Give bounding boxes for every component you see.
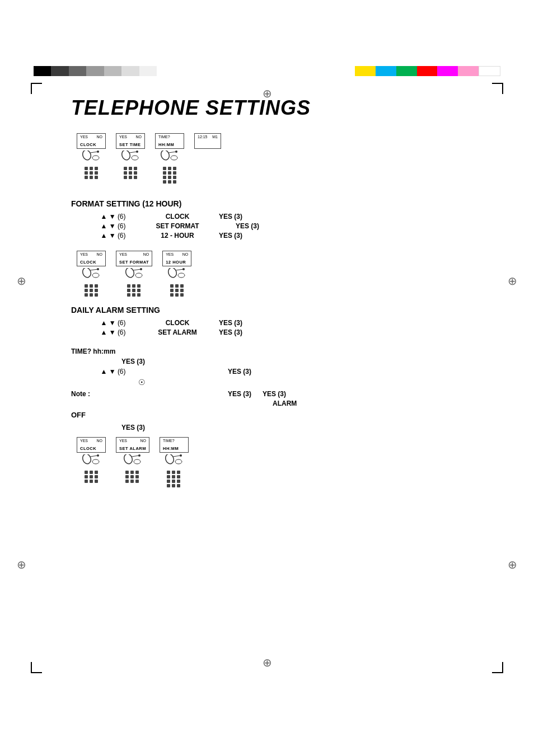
display-m-set-format: YESNO SET FORMAT bbox=[116, 251, 152, 266]
svg-point-3 bbox=[92, 156, 99, 160]
svg-line-29 bbox=[132, 456, 139, 457]
display-1215: 12:15M1 bbox=[194, 133, 221, 149]
display-m-12hour: YESNO 12 HOUR bbox=[162, 251, 191, 266]
phone-illus-1 bbox=[82, 151, 100, 179]
svg-point-16 bbox=[125, 268, 135, 279]
color-bar-left bbox=[34, 66, 157, 76]
display-b-time-hhmm: TIME? HH:MM bbox=[160, 437, 189, 453]
format-heading: FORMAT SETTING (12 HOUR) bbox=[71, 199, 463, 208]
top-diagram-area: YESNO CLOCK YESNO S bbox=[71, 133, 463, 184]
format-line-3: ▲ ▼ (6) 12 - HOUR YES (3) bbox=[88, 232, 463, 240]
yes-1: YES (3) bbox=[219, 213, 242, 220]
diagram-m-set-format: YESNO SET FORMAT bbox=[116, 251, 152, 297]
reg-mark-left: ⊕ bbox=[17, 274, 26, 288]
svg-line-1 bbox=[90, 152, 98, 153]
corner-mark-tl bbox=[31, 83, 42, 94]
phone-illus-3 bbox=[161, 151, 179, 184]
diagram-b-clock: YESNO CLOCK bbox=[77, 437, 106, 487]
note-yes1: YES (3) bbox=[228, 390, 251, 398]
diagram-m-12hour: YESNO 12 HOUR bbox=[162, 251, 191, 297]
svg-point-31 bbox=[134, 459, 140, 464]
svg-point-34 bbox=[180, 454, 182, 457]
svg-point-26 bbox=[97, 454, 99, 457]
alarm-instructions: ▲ ▼ (6) CLOCK YES (3) ▲ ▼ (6) SET ALARM … bbox=[71, 319, 463, 336]
arrow-2: ▲ ▼ (6) bbox=[88, 222, 138, 230]
svg-point-2 bbox=[97, 151, 99, 153]
diagram-m-clock: YESNO CLOCK bbox=[77, 251, 106, 297]
label-12hour: 12 - HOUR bbox=[138, 232, 217, 240]
format-instructions: ▲ ▼ (6) CLOCK YES (3) ▲ ▼ (6) SET FORMAT… bbox=[71, 213, 463, 240]
alarm-label-set: SET ALARM bbox=[138, 328, 217, 336]
svg-line-13 bbox=[90, 269, 98, 270]
alarm-heading: DAILY ALARM SETTING bbox=[71, 306, 463, 314]
svg-point-4 bbox=[121, 151, 132, 161]
yes-2b: YES (3) bbox=[236, 222, 259, 230]
note-yes2: YES (3) bbox=[263, 390, 286, 398]
svg-point-19 bbox=[135, 273, 142, 278]
svg-line-9 bbox=[168, 152, 176, 153]
alarm-arrow-2: ▲ ▼ (6) bbox=[88, 328, 138, 336]
phone-illus-m2 bbox=[125, 268, 143, 297]
svg-point-23 bbox=[178, 273, 185, 278]
main-content: TELEPHONE SETTINGS YESNO CLOCK bbox=[26, 76, 508, 510]
svg-line-33 bbox=[173, 456, 181, 457]
phone-illus-2 bbox=[121, 151, 139, 179]
arrow-time: ▲ ▼ (6) bbox=[88, 368, 138, 375]
label-set-format: SET FORMAT bbox=[138, 222, 217, 230]
alarm-label-clock: CLOCK bbox=[138, 319, 217, 327]
diagram-clock: YESNO CLOCK bbox=[77, 133, 106, 179]
phone-illus-m1 bbox=[82, 268, 100, 297]
svg-line-25 bbox=[90, 456, 98, 457]
bottom-diagram-area: YESNO CLOCK YESNO SET AL bbox=[71, 437, 463, 487]
off-label: OFF bbox=[71, 411, 463, 419]
display-b-clock: YESNO CLOCK bbox=[77, 437, 106, 453]
alarm-yes-2: YES (3) bbox=[219, 328, 242, 336]
svg-point-24 bbox=[82, 454, 92, 465]
svg-point-6 bbox=[136, 151, 138, 153]
diagram-1215: 12:15M1 bbox=[194, 133, 221, 151]
yes-3: YES (3) bbox=[219, 232, 242, 240]
svg-line-21 bbox=[176, 269, 184, 270]
reg-mark-bottom: ⊕ bbox=[263, 656, 272, 669]
svg-point-27 bbox=[92, 459, 99, 464]
alarm-yes-1: YES (3) bbox=[219, 319, 242, 327]
diagram-b-set-alarm: YESNO SET ALARM bbox=[116, 437, 149, 487]
corner-mark-tr bbox=[492, 83, 503, 94]
alarm-arrow-1: ▲ ▼ (6) bbox=[88, 319, 138, 327]
display-b-set-alarm: YESNO SET ALARM bbox=[116, 437, 149, 453]
color-bar-right bbox=[355, 66, 500, 76]
reg-mark-right2: ⊕ bbox=[508, 558, 517, 571]
arrow-3: ▲ ▼ (6) bbox=[88, 232, 138, 240]
note-line: Note : YES (3) YES (3) bbox=[71, 390, 463, 398]
diagram-time-hhmm: TIME? HH:MM bbox=[155, 133, 184, 184]
phone-illus-m3 bbox=[168, 268, 186, 297]
svg-point-11 bbox=[171, 156, 177, 160]
svg-point-0 bbox=[82, 151, 92, 161]
phone-illus-b3 bbox=[165, 454, 183, 487]
svg-point-18 bbox=[140, 268, 142, 270]
corner-mark-br bbox=[492, 662, 503, 673]
svg-line-17 bbox=[133, 269, 141, 270]
svg-point-22 bbox=[182, 268, 185, 270]
format-line-1: ▲ ▼ (6) CLOCK YES (3) bbox=[88, 213, 463, 220]
display-clock: YESNO CLOCK bbox=[77, 133, 106, 149]
color-bars bbox=[0, 66, 534, 76]
reg-mark-top: ⊕ bbox=[263, 87, 272, 100]
svg-point-28 bbox=[124, 454, 134, 465]
note-alarm-label: ALARM bbox=[273, 400, 297, 407]
svg-point-30 bbox=[138, 454, 140, 457]
corner-mark-bl bbox=[31, 662, 42, 673]
display-set-time: YESNO SET TIME bbox=[116, 133, 145, 149]
arrow-1: ▲ ▼ (6) bbox=[88, 213, 138, 220]
svg-point-32 bbox=[165, 454, 175, 465]
diagram-set-time: YESNO SET TIME bbox=[116, 133, 145, 179]
label-clock: CLOCK bbox=[138, 213, 217, 220]
yes-time: YES (3) bbox=[121, 358, 145, 365]
svg-point-14 bbox=[97, 268, 99, 270]
svg-point-8 bbox=[161, 151, 171, 161]
svg-point-15 bbox=[92, 273, 99, 278]
phone-illus-b1 bbox=[82, 454, 100, 483]
display-time-hhmm: TIME? HH:MM bbox=[155, 133, 184, 149]
clock-symbol: ☉ bbox=[138, 378, 146, 387]
svg-point-10 bbox=[175, 151, 177, 153]
